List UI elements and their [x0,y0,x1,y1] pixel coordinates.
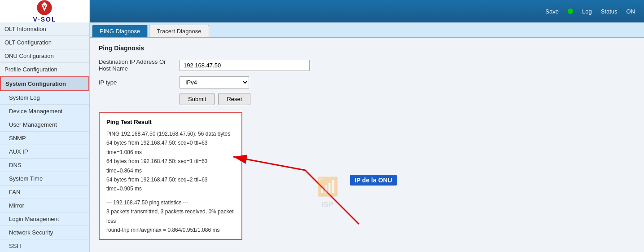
destination-row: Destination IP Address Or Host Name [99,58,635,72]
ping-stats: --- 192.168.47.50 ping statistics ---3 p… [106,198,235,235]
sidebar-item-device-management[interactable]: Device Management [0,105,89,118]
sidebar-item-olt-information[interactable]: OLT Information [0,22,89,36]
status-link[interactable]: Status [601,8,618,15]
sidebar-item-fan[interactable]: FAN [0,186,89,199]
on-link[interactable]: ON [626,8,635,15]
header: Save Log Status ON [90,0,644,22]
sidebar-item-profile-configuration[interactable]: Profile Configuration [0,63,89,76]
ping-line: 64 bytes from 192.168.47.50: seq=1 ttl=6… [106,157,235,175]
tab-ping-diagnose[interactable]: PING Diagnose [92,25,148,37]
ping-result-title: Ping Test Result [106,117,235,127]
ping-result-lines: PING 192.168.47.50 (192.168.47.50): 56 d… [106,129,235,194]
ip-type-row: IP type IPv4 IPv6 [99,76,635,88]
sidebar-item-onu-configuration[interactable]: ONU Configuration [0,49,89,63]
tab-bar: PING DiagnoseTracert Diagnose [90,22,644,38]
content-area: Ping Diagnosis Destination IP Address Or… [90,38,644,247]
status-indicator [568,9,573,14]
sidebar-item-user-management[interactable]: User Management [0,118,89,132]
header-right: Save Log Status ON [545,8,635,15]
sidebar-item-ssh[interactable]: SSH [0,239,89,252]
svg-point-1 [43,2,46,5]
sidebar-item-network-security[interactable]: Network Security [0,226,89,239]
main-content: PING DiagnoseTracert Diagnose Ping Diagn… [90,22,644,252]
ping-stat-line: 3 packets transmitted, 3 packets receive… [106,207,235,225]
destination-input[interactable] [180,60,310,71]
ping-line: 64 bytes from 192.168.47.50: seq=0 ttl=6… [106,138,235,157]
sidebar-item-system-log[interactable]: System Log [0,91,89,105]
ping-stat-line: round-trip min/avg/max = 0.864/0.951/1.0… [106,225,235,234]
vsol-logo: V·SOL [33,0,56,23]
sidebar-item-mirror[interactable]: Mirror [0,199,89,212]
ping-line: PING 192.168.47.50 (192.168.47.50): 56 d… [106,129,235,138]
ip-type-label: IP type [99,79,180,86]
sidebar-item-system-time[interactable]: System Time [0,172,89,186]
sidebar-item-system-configuration[interactable]: System Configuration [0,76,89,91]
ping-line: 64 bytes from 192.168.47.50: seq=2 ttl=6… [106,175,235,194]
btn-row: Submit Reset [180,93,635,105]
ip-type-select[interactable]: IPv4 IPv6 [180,76,249,88]
brand-label: V·SOL [33,16,56,23]
sidebar-item-aux-ip[interactable]: AUX IP [0,145,89,159]
ping-stat-line: --- 192.168.47.50 ping statistics --- [106,198,235,207]
section-title: Ping Diagnosis [99,44,635,52]
destination-label: Destination IP Address Or Host Name [99,58,180,72]
sidebar-item-login-management[interactable]: Login Management [0,212,89,226]
log-link[interactable]: Log [582,8,592,15]
save-button[interactable]: Save [545,8,559,15]
logo-area: V·SOL [0,0,90,22]
sidebar-item-snmp[interactable]: SNMP [0,132,89,145]
vsol-icon-svg [36,0,53,16]
tab-tracert-diagnose[interactable]: Tracert Diagnose [149,25,209,37]
sidebar-item-olt-configuration[interactable]: OLT Configuration [0,36,89,49]
submit-button[interactable]: Submit [180,93,215,105]
sidebar-item-dns[interactable]: DNS [0,159,89,172]
ping-result-box: Ping Test Result PING 192.168.47.50 (192… [99,112,242,240]
reset-button[interactable]: Reset [218,93,250,105]
sidebar: OLT InformationOLT ConfigurationONU Conf… [0,22,90,252]
